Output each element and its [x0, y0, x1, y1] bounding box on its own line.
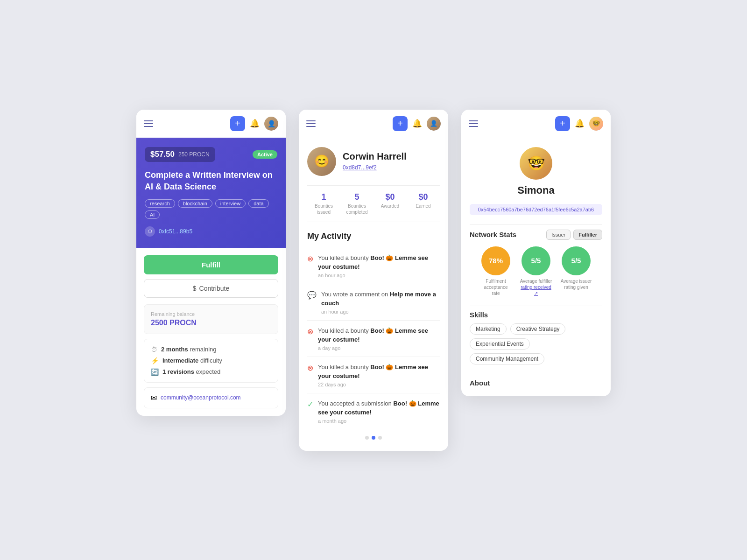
bounty-body: Fulfill $ Contribute Remaining balance 2… [136, 248, 286, 416]
stat-earned: $0 Earned [407, 192, 440, 215]
stat-val-earned: $0 [407, 192, 440, 202]
divider-3 [470, 374, 602, 374]
add-button-1[interactable]: + [230, 116, 245, 131]
nav-right-2: + 🔔 👤 [393, 116, 441, 131]
stat-bounties-completed: 5 Bountiescompleted [340, 192, 374, 215]
fulfill-button[interactable]: Fulfill [144, 255, 278, 274]
profile-header: 😊 Corwin Harrell 0xd8d7...9ef2 [307, 147, 440, 176]
meta-time-text: 2 months remaining [161, 346, 217, 353]
circle-orange: 78% [481, 246, 510, 275]
divider-1 [470, 224, 602, 225]
email-box: ✉ community@oceanprotocol.com [144, 387, 278, 408]
hamburger-menu-2[interactable] [306, 120, 316, 127]
nav-bar-1: + 🔔 👤 [136, 110, 286, 138]
circle-acceptance: 78% Fulfilment acceptance rate [479, 246, 512, 296]
stat-val-issued: 1 [307, 192, 340, 202]
avatar-1[interactable]: 👤 [264, 117, 278, 131]
meta-box: ⏱ 2 months remaining ⚡ Intermediate diff… [144, 339, 278, 383]
card-profile-simona: + 🔔 🤓 🤓 Simona 0x54becc7560a7be76d72ed76… [461, 110, 611, 396]
activity-item-4: ⊗ You killed a bounty Boo! 🎃 Lemme see y… [307, 357, 440, 393]
meta-revisions: 🔄 1 revisions expected [151, 368, 271, 376]
activity-content-4: You killed a bounty Boo! 🎃 Lemme see you… [318, 363, 440, 387]
network-stats-row: 78% Fulfilment acceptance rate 5/5 Avera… [470, 246, 602, 296]
meta-revisions-text: 1 revisions expected [162, 368, 220, 375]
contribute-label: Contribute [199, 285, 230, 292]
pagination-dots [307, 429, 440, 441]
bounty-title: Complete a Written Interview on AI & Dat… [145, 169, 277, 193]
skill-marketing[interactable]: Marketing [470, 323, 507, 335]
stat-label-issued: Bountiesissued [307, 203, 340, 215]
simona-address[interactable]: 0x54becc7560a7be76d72ed76a1f5fee6c5a2a7a… [470, 204, 602, 215]
killed-icon-3: ⊗ [307, 364, 313, 372]
stat-val-completed: 5 [340, 192, 374, 202]
nav-right-3: + 🔔 🤓 [555, 116, 603, 131]
activity-text-3: You killed a bounty Boo! 🎃 Lemme see you… [318, 326, 440, 344]
network-title: Network Stats [470, 231, 516, 238]
circle-label-acceptance: Fulfilment acceptance rate [479, 278, 512, 296]
activity-content-5: You accepted a submission Boo! 🎃 Lemme s… [318, 399, 440, 424]
hamburger-menu-3[interactable] [469, 120, 478, 127]
stat-bounties-issued: 1 Bountiesissued [307, 192, 340, 215]
circle-label-fulfiller: Average fulfiller rating received ↗ [520, 278, 552, 296]
add-button-2[interactable]: + [393, 116, 408, 131]
simona-name: Simona [470, 184, 602, 196]
comment-icon: 💬 [307, 291, 317, 300]
tab-issuer[interactable]: Issuer [546, 230, 571, 240]
killed-icon-1: ⊗ [307, 254, 313, 263]
status-badge: Active [253, 150, 277, 159]
skills-tags: Marketing Creative Strategy Experiential… [470, 323, 602, 364]
avatar-2[interactable]: 👤 [427, 117, 441, 131]
revisions-icon: 🔄 [151, 368, 159, 376]
network-section: Network Stats Issuer Fulfiller 78% Fulfi… [470, 230, 602, 296]
clock-icon: ⏱ [151, 346, 157, 353]
bell-icon-2[interactable]: 🔔 [412, 119, 422, 128]
tag-blockchain[interactable]: blockchain [178, 199, 212, 208]
hamburger-menu[interactable] [144, 120, 153, 127]
fulfiller-rating-link[interactable]: rating received ↗ [521, 285, 551, 296]
divider-2 [470, 306, 602, 306]
stat-label-completed: Bountiescompleted [340, 203, 374, 215]
bell-icon-3[interactable]: 🔔 [575, 119, 585, 128]
circle-green-2: 5/5 [562, 246, 591, 275]
circle-green-1: 5/5 [521, 246, 550, 275]
activity-content-1: You killed a bounty Boo! 🎃 Lemme see you… [318, 253, 440, 278]
dot-1[interactable] [365, 436, 369, 440]
tag-data[interactable]: data [248, 199, 268, 208]
meta-time: ⏱ 2 months remaining [151, 346, 271, 353]
activity-content-2: You wrote a comment on Help me move a co… [321, 290, 440, 315]
card-bounty-detail: + 🔔 👤 $57.50 250 PROCN Active Complete a… [136, 110, 286, 416]
tab-fulfiller[interactable]: Fulfiller [573, 230, 602, 240]
about-title: About [470, 379, 602, 387]
add-button-3[interactable]: + [555, 116, 570, 131]
profile-name: Corwin Harrell [343, 151, 407, 162]
skill-experiential-events[interactable]: Experiential Events [470, 338, 530, 350]
price-token: 250 PROCN [178, 151, 210, 158]
about-section: About [470, 379, 602, 387]
dot-3[interactable] [378, 436, 382, 440]
skill-creative-strategy[interactable]: Creative Strategy [510, 323, 566, 335]
activity-item-5: ✓ You accepted a submission Boo! 🎃 Lemme… [307, 393, 440, 429]
address-link[interactable]: 0xfc51...89b5 [159, 228, 192, 235]
stat-label-earned: Earned [407, 203, 440, 209]
balance-value: 2500 PROCN [151, 319, 271, 327]
activity-time-2: an hour ago [321, 309, 440, 315]
contribute-button[interactable]: $ Contribute [144, 279, 278, 298]
card-profile-activity: + 🔔 👤 😊 Corwin Harrell 0xd8d7...9ef2 1 [299, 110, 448, 451]
profile-address-link[interactable]: 0xd8d7...9ef2 [343, 164, 377, 171]
skill-community-management[interactable]: Community Management [470, 353, 544, 364]
circle-label-issuer: Average issuer rating given [560, 278, 592, 290]
avatar-3[interactable]: 🤓 [589, 117, 603, 131]
simona-body: 🤓 Simona 0x54becc7560a7be76d72ed76a1f5fe… [461, 138, 611, 396]
tag-interview[interactable]: interview [215, 199, 246, 208]
tag-ai[interactable]: AI [145, 210, 160, 219]
stat-awarded: $0 Awarded [374, 192, 407, 215]
stats-row: 1 Bountiesissued 5 Bountiescompleted $0 … [307, 185, 440, 222]
bell-icon-1[interactable]: 🔔 [250, 119, 260, 128]
difficulty-icon: ⚡ [151, 357, 159, 364]
nav-bar-3: + 🔔 🤓 [461, 110, 611, 138]
email-link[interactable]: community@oceanprotocol.com [161, 394, 241, 401]
stat-val-awarded: $0 [374, 192, 407, 202]
dot-2[interactable] [372, 436, 375, 440]
profile-info: Corwin Harrell 0xd8d7...9ef2 [343, 151, 407, 171]
tag-research[interactable]: research [145, 199, 175, 208]
